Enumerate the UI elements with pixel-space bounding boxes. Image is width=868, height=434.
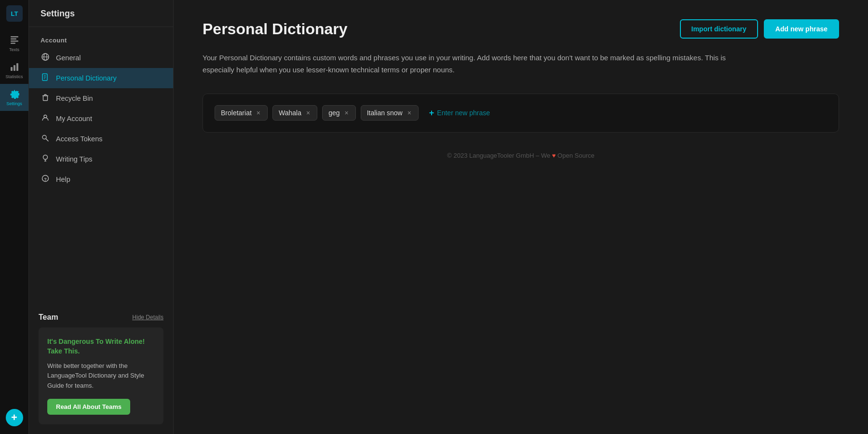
- my-account-label: My Account: [56, 115, 92, 122]
- access-tokens-label: Access Tokens: [56, 135, 102, 143]
- svg-rect-5: [11, 43, 15, 44]
- tag-text-geg: geg: [328, 109, 339, 117]
- icon-rail: LT Texts Statistics: [0, 0, 29, 434]
- team-card-body: Write better together with the LanguageT…: [47, 361, 155, 391]
- tag-text-broletariat: Broletariat: [221, 109, 252, 117]
- tag-text-wahala: Wahala: [279, 109, 301, 117]
- svg-rect-3: [11, 39, 16, 40]
- plus-icon: +: [429, 108, 434, 118]
- svg-point-22: [43, 155, 48, 160]
- settings-icon: [9, 89, 20, 99]
- rail-item-settings[interactable]: Settings: [0, 84, 28, 111]
- team-label: Team: [39, 313, 58, 322]
- my-account-icon: [41, 114, 50, 123]
- sidebar-item-general[interactable]: General: [29, 48, 173, 68]
- svg-rect-17: [43, 96, 48, 101]
- sidebar-item-access-tokens[interactable]: Access Tokens: [29, 129, 173, 149]
- dictionary-area: Broletariat × Wahala × geg × Italian sno…: [203, 94, 839, 133]
- svg-text:LT: LT: [11, 10, 18, 17]
- main-header: Personal Dictionary Import dictionary Ad…: [203, 19, 839, 39]
- settings-label: Settings: [6, 101, 22, 106]
- svg-line-21: [46, 139, 48, 141]
- rail-item-statistics[interactable]: Statistics: [0, 57, 28, 84]
- texts-label: Texts: [9, 47, 19, 52]
- statistics-label: Statistics: [5, 74, 23, 79]
- description-text: Your Personal Dictionary contains custom…: [203, 52, 733, 76]
- footer-heart: ♥: [552, 152, 556, 159]
- team-header: Team Hide Details: [39, 313, 163, 322]
- svg-rect-4: [11, 41, 18, 42]
- remove-geg-button[interactable]: ×: [344, 109, 350, 116]
- recycle-bin-icon: [41, 94, 50, 103]
- sidebar-item-help[interactable]: ? Help: [29, 169, 173, 190]
- svg-rect-8: [16, 63, 18, 71]
- read-all-about-teams-button[interactable]: Read All About Teams: [47, 399, 130, 415]
- team-card-title: It's Dangerous To Write Alone! Take This…: [47, 337, 155, 356]
- svg-rect-7: [14, 65, 15, 71]
- sidebar-item-writing-tips[interactable]: Writing Tips: [29, 149, 173, 169]
- add-button[interactable]: +: [6, 409, 23, 426]
- recycle-bin-label: Recycle Bin: [56, 95, 93, 102]
- dict-tag-geg: geg ×: [322, 105, 356, 121]
- help-label: Help: [56, 176, 70, 183]
- writing-tips-icon: [41, 154, 50, 164]
- svg-rect-6: [11, 67, 13, 71]
- dict-tag-broletariat: Broletariat ×: [215, 105, 268, 121]
- sidebar-item-recycle-bin[interactable]: Recycle Bin: [29, 88, 173, 108]
- general-label: General: [56, 54, 81, 62]
- help-icon: ?: [41, 175, 50, 184]
- team-section: Team Hide Details It's Dangerous To Writ…: [29, 303, 173, 434]
- sidebar-item-my-account[interactable]: My Account: [29, 108, 173, 129]
- footer-open-source: Open Source: [557, 152, 595, 159]
- remove-wahala-button[interactable]: ×: [305, 109, 311, 116]
- svg-rect-2: [11, 36, 18, 38]
- statistics-icon: [9, 62, 20, 72]
- remove-broletariat-button[interactable]: ×: [256, 109, 261, 116]
- texts-icon: [9, 35, 20, 45]
- new-phrase-wrapper[interactable]: +: [423, 105, 511, 122]
- add-new-phrase-button[interactable]: Add new phrase: [764, 19, 839, 39]
- dict-tag-wahala: Wahala ×: [272, 105, 317, 121]
- dict-tag-italian-snow: Italian snow ×: [361, 105, 419, 121]
- page-title: Personal Dictionary: [203, 20, 348, 38]
- rail-item-texts[interactable]: Texts: [0, 30, 28, 57]
- access-tokens-icon: [41, 134, 50, 144]
- team-card: It's Dangerous To Write Alone! Take This…: [39, 327, 163, 424]
- app-logo[interactable]: LT: [6, 5, 23, 22]
- writing-tips-label: Writing Tips: [56, 155, 92, 163]
- personal-dictionary-icon: [41, 73, 50, 83]
- general-icon: [41, 53, 50, 63]
- sidebar-title: Settings: [29, 0, 173, 27]
- remove-italian-snow-button[interactable]: ×: [407, 109, 412, 116]
- account-section-label: Account: [29, 27, 173, 48]
- new-phrase-input[interactable]: [437, 109, 504, 117]
- personal-dictionary-label: Personal Dictionary: [56, 74, 117, 82]
- tag-text-italian-snow: Italian snow: [367, 109, 403, 117]
- svg-text:?: ?: [44, 177, 47, 182]
- import-dictionary-button[interactable]: Import dictionary: [680, 19, 758, 39]
- footer-copyright: © 2023 LanguageTooler GmbH – We: [447, 152, 550, 159]
- header-actions: Import dictionary Add new phrase: [680, 19, 840, 39]
- footer: © 2023 LanguageTooler GmbH – We ♥ Open S…: [203, 152, 839, 159]
- main-content: Personal Dictionary Import dictionary Ad…: [174, 0, 868, 434]
- sidebar-item-personal-dictionary[interactable]: Personal Dictionary: [29, 68, 173, 88]
- sidebar: Settings Account General Personal Dictio…: [29, 0, 174, 434]
- hide-details-link[interactable]: Hide Details: [132, 314, 163, 321]
